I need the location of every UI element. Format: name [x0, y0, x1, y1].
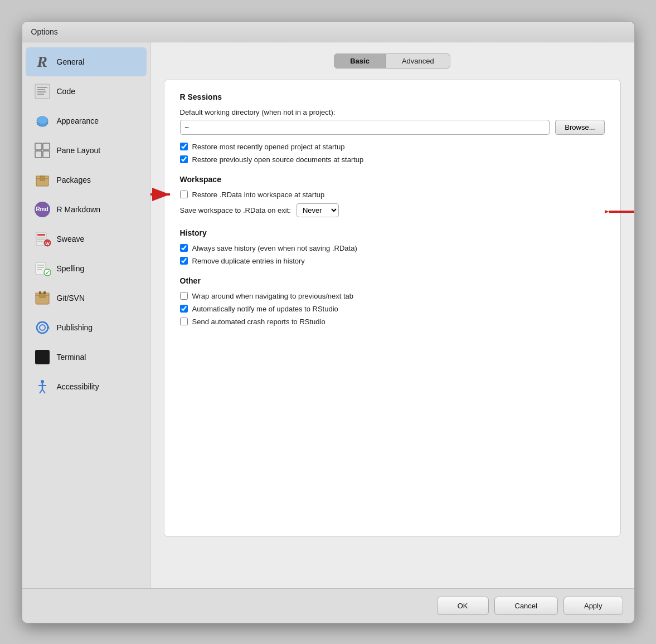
restore-project-row: Restore most recently opened project at … — [180, 143, 605, 151]
svg-line-39 — [42, 389, 45, 393]
restore-docs-checkbox[interactable] — [180, 155, 188, 163]
always-save-history-row: Always save history (even when not savin… — [180, 244, 605, 252]
restore-rdata-row: Restore .RData into workspace at startup — [180, 191, 605, 199]
restore-docs-row: Restore previously open source documents… — [180, 155, 605, 164]
sidebar-label-sweave: Sweave — [57, 235, 85, 243]
svg-rect-8 — [43, 143, 50, 150]
sidebar-label-pane-layout: Pane Layout — [57, 146, 101, 155]
appearance-icon — [33, 112, 51, 130]
dialog-title: Options — [31, 27, 58, 36]
accessibility-icon — [33, 378, 51, 396]
restore-rdata-row-wrapper: Restore .RData into workspace at startup — [180, 191, 605, 199]
sidebar-item-sweave[interactable]: W Sweave — [26, 225, 147, 253]
content-panel: R Sessions Default working directory (wh… — [164, 80, 621, 536]
sidebar-item-appearance[interactable]: Appearance — [26, 106, 147, 135]
sidebar-item-pane-layout[interactable]: Pane Layout — [26, 136, 147, 165]
publishing-icon — [33, 319, 51, 336]
title-bar: Options — [22, 22, 634, 42]
r-sessions-title: R Sessions — [180, 92, 605, 101]
restore-project-label: Restore most recently opened project at … — [192, 143, 345, 151]
restore-rdata-checkbox[interactable] — [180, 191, 188, 198]
notify-updates-row: Automatically notify me of updates to RS… — [180, 305, 605, 313]
svg-rect-0 — [35, 84, 50, 99]
crash-reports-label: Send automated crash reports to RStudio — [192, 318, 325, 326]
other-title: Other — [180, 276, 605, 285]
sidebar-item-spelling[interactable]: ✓ Spelling — [26, 254, 147, 283]
workspace-title: Workspace — [180, 175, 605, 184]
sidebar-label-packages: Packages — [57, 175, 91, 184]
svg-rect-10 — [43, 151, 50, 158]
save-rdata-row-wrapper: Save workspace to .RData on exit: Ask Al… — [180, 203, 605, 217]
sidebar-item-code[interactable]: Code — [26, 77, 147, 106]
history-title: History — [180, 228, 605, 237]
browse-button[interactable]: Browse... — [555, 120, 604, 135]
svg-line-38 — [40, 389, 42, 393]
notify-updates-label: Automatically notify me of updates to RS… — [192, 305, 338, 313]
svg-point-6 — [37, 116, 48, 124]
notify-updates-checkbox[interactable] — [180, 305, 188, 313]
sidebar: R General Code — [22, 42, 150, 588]
tab-basic[interactable]: Basic — [334, 53, 386, 69]
sidebar-item-packages[interactable]: Packages — [26, 165, 147, 194]
right-arrow-annotation — [605, 203, 634, 220]
pane-layout-icon — [33, 142, 51, 159]
svg-text:✓: ✓ — [45, 270, 50, 276]
sidebar-item-general[interactable]: R General — [26, 47, 147, 76]
always-save-history-checkbox[interactable] — [180, 244, 188, 252]
main-content: Basic Advanced R Sessions Default workin… — [150, 42, 634, 588]
dir-input-row: Browse... — [180, 120, 605, 135]
wrap-around-checkbox[interactable] — [180, 292, 188, 300]
svg-text:W: W — [45, 241, 50, 246]
sidebar-label-general: General — [57, 57, 85, 66]
cancel-button[interactable]: Cancel — [494, 597, 558, 615]
crash-reports-row: Send automated crash reports to RStudio — [180, 318, 605, 326]
r-markdown-icon: Rmd — [33, 201, 51, 218]
dialog-footer: OK Cancel Apply — [22, 588, 634, 623]
save-rdata-row: Save workspace to .RData on exit: Ask Al… — [180, 203, 605, 217]
dialog-body: R General Code — [22, 42, 634, 588]
sidebar-label-git-svn: Git/SVN — [57, 294, 85, 303]
options-dialog: Options R General — [22, 21, 635, 623]
remove-dups-label: Remove duplicate entries in history — [192, 257, 305, 265]
git-svn-icon — [33, 289, 51, 307]
dir-input[interactable] — [180, 120, 550, 135]
terminal-icon — [33, 348, 51, 366]
sidebar-item-publishing[interactable]: Publishing — [26, 313, 147, 342]
restore-docs-label: Restore previously open source documents… — [192, 155, 364, 164]
restore-rdata-label: Restore .RData into workspace at startup — [192, 191, 325, 199]
always-save-history-label: Always save history (even when not savin… — [192, 244, 357, 252]
sidebar-label-appearance: Appearance — [57, 116, 99, 125]
tab-advanced[interactable]: Advanced — [386, 53, 450, 69]
packages-icon — [33, 171, 51, 189]
svg-rect-15 — [37, 234, 45, 236]
sidebar-label-r-markdown: R Markdown — [57, 205, 101, 214]
tab-bar: Basic Advanced — [164, 53, 621, 69]
sidebar-label-publishing: Publishing — [57, 323, 93, 332]
spelling-icon: ✓ — [33, 260, 51, 277]
sidebar-label-terminal: Terminal — [57, 353, 86, 362]
ok-button[interactable]: OK — [437, 597, 489, 615]
save-rdata-select[interactable]: Ask Always Never — [297, 203, 339, 217]
sidebar-item-accessibility[interactable]: Accessibility — [26, 372, 147, 401]
restore-project-checkbox[interactable] — [180, 143, 188, 150]
code-icon — [33, 82, 51, 100]
dir-label: Default working directory (when not in a… — [180, 108, 605, 116]
sidebar-item-r-markdown[interactable]: Rmd R Markdown — [26, 195, 147, 224]
svg-rect-9 — [35, 151, 42, 158]
remove-dups-row: Remove duplicate entries in history — [180, 257, 605, 265]
wrap-around-label: Wrap around when navigating to previous/… — [192, 292, 354, 300]
sweave-icon: W — [33, 230, 51, 248]
apply-button[interactable]: Apply — [563, 597, 623, 615]
sidebar-label-accessibility: Accessibility — [57, 382, 99, 391]
left-arrow-annotation — [150, 186, 174, 203]
crash-reports-checkbox[interactable] — [180, 318, 188, 325]
svg-rect-31 — [43, 291, 46, 294]
sidebar-item-terminal[interactable]: Terminal — [26, 343, 147, 372]
svg-point-33 — [40, 325, 45, 330]
remove-dups-checkbox[interactable] — [180, 257, 188, 265]
svg-point-35 — [41, 380, 44, 383]
sidebar-label-code: Code — [57, 87, 75, 96]
sidebar-item-git-svn[interactable]: Git/SVN — [26, 284, 147, 313]
wrap-around-row: Wrap around when navigating to previous/… — [180, 292, 605, 300]
svg-rect-7 — [35, 143, 42, 150]
